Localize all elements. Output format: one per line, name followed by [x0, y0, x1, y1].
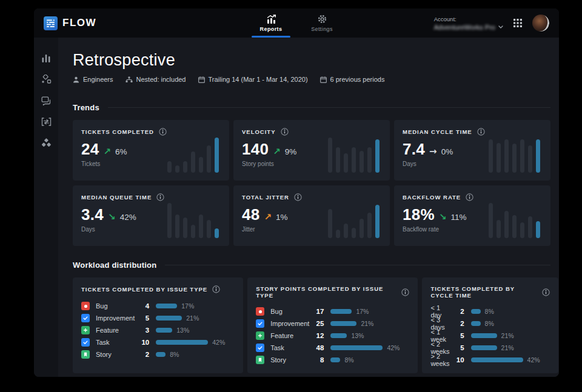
row-percent: 8% — [344, 356, 353, 364]
trend-flat-icon: → — [429, 146, 437, 157]
trend-value: 140 — [242, 140, 269, 159]
row-value: 10 — [450, 356, 464, 364]
tab-reports[interactable]: Reports — [253, 8, 289, 38]
filter-period[interactable]: Trailing 14 (Mar 1 - Mar 14, 2020) — [198, 76, 308, 83]
account-switcher[interactable]: Account: AdventureWorks Pro — [434, 16, 503, 31]
brand-home-link[interactable]: FLOW — [44, 16, 96, 30]
row-label: > 2 weeks — [430, 353, 449, 367]
improvement-icon — [256, 319, 264, 328]
flow-diagram-icon — [41, 75, 52, 84]
chart-bar — [183, 161, 187, 173]
chart-bar — [352, 147, 356, 173]
chart-bar — [360, 151, 364, 173]
chart-bar — [183, 218, 187, 238]
trends-section-header: Trends — [73, 103, 550, 112]
divider — [165, 265, 550, 265]
left-sidebar — [34, 38, 58, 377]
row-bar-zone: 8% — [471, 320, 550, 327]
table-row: Feature313% — [81, 324, 235, 336]
row-percent: 42% — [527, 356, 540, 364]
info-icon[interactable] — [159, 128, 167, 136]
sidebar-item-reports[interactable] — [41, 53, 52, 63]
apps-grid-icon[interactable] — [513, 18, 523, 28]
row-bar — [156, 304, 177, 308]
story-icon — [256, 356, 264, 364]
trend-up-icon: ↗ — [104, 146, 112, 157]
chart-bar-current — [375, 139, 380, 173]
row-bar — [156, 316, 182, 321]
row-value: 4 — [135, 302, 149, 310]
row-bar-zone: 21% — [156, 314, 235, 322]
row-label: Improvement — [96, 314, 135, 322]
row-bar-zone: 8% — [471, 308, 550, 315]
info-icon[interactable] — [281, 128, 289, 136]
trend-card-title: VELOCITY — [242, 128, 276, 135]
chevron-down-icon — [498, 25, 503, 28]
sidebar-item-conversations[interactable] — [41, 96, 52, 105]
tab-settings-label: Settings — [311, 26, 333, 32]
chart-bar — [360, 219, 364, 238]
trend-delta: 9% — [285, 147, 297, 156]
avatar[interactable] — [532, 15, 549, 32]
info-icon[interactable] — [542, 288, 550, 296]
chart-bar — [512, 215, 517, 238]
filter-previous-periods[interactable]: 6 previous periods — [320, 76, 385, 83]
improvement-icon — [81, 314, 90, 322]
row-bar-zone: 21% — [330, 320, 409, 327]
row-label: Task — [270, 344, 309, 351]
row-percent: 8% — [485, 320, 494, 327]
row-bar-zone: 13% — [156, 327, 235, 334]
table-row: < 1 week521% — [430, 330, 549, 342]
info-icon[interactable] — [294, 193, 302, 201]
sidebar-item-workflow[interactable] — [41, 75, 52, 84]
row-value: 5 — [135, 314, 149, 322]
info-icon[interactable] — [156, 193, 164, 201]
brand-text: FLOW — [62, 17, 96, 29]
trend-up-icon: ↗ — [264, 211, 272, 222]
table-row: Feature1213% — [256, 330, 409, 342]
chart-bar — [328, 138, 332, 173]
table-row: < 1 day28% — [430, 305, 549, 317]
chart-bar-current — [215, 228, 219, 238]
row-bar-zone: 21% — [471, 344, 550, 351]
sidebar-item-code-review[interactable] — [41, 117, 52, 127]
gear-icon — [317, 14, 327, 24]
chart-bar — [336, 147, 340, 173]
trend-card-median-cycle-time: MEDIAN CYCLE TIME7.4→0%Days — [394, 120, 550, 181]
row-label: Bug — [270, 308, 309, 315]
distribution-rows: < 1 day28%< 3 days28%< 1 week521%< 2 wee… — [430, 305, 549, 366]
chart-bar — [199, 214, 203, 238]
trend-delta: 42% — [120, 213, 136, 222]
trend-card-velocity: VELOCITY140↗9%Story points — [233, 120, 390, 181]
filter-nested[interactable]: Nested: included — [125, 76, 186, 83]
row-bar — [330, 345, 383, 350]
table-row: > 2 weeks1042% — [430, 354, 549, 366]
row-percent: 21% — [186, 314, 199, 322]
chart-bar — [191, 151, 195, 173]
row-bar — [156, 340, 208, 345]
filter-team[interactable]: Engineers — [73, 76, 113, 83]
distribution-card-title: TICKETS COMPLETED BY ISSUE TYPE — [81, 286, 207, 293]
row-percent: 13% — [351, 332, 364, 339]
sidebar-item-clusters[interactable] — [41, 138, 52, 148]
distribution-card-story-points-completed-by-issue-type: STORY POINTS COMPLETED BY ISSUE TYPEBug1… — [247, 277, 418, 373]
row-bar-zone: 42% — [330, 344, 409, 351]
row-percent: 8% — [170, 351, 179, 358]
tab-settings[interactable]: Settings — [304, 8, 340, 38]
chart-bar — [489, 203, 493, 238]
info-icon[interactable] — [466, 193, 473, 201]
story-icon — [81, 350, 90, 359]
row-bar — [471, 309, 481, 314]
info-icon[interactable] — [477, 128, 485, 136]
row-bar — [471, 321, 481, 326]
chart-bar — [367, 147, 372, 173]
app-window: FLOW Reports — [34, 8, 559, 377]
info-icon[interactable] — [212, 285, 220, 293]
table-row: Improvement2521% — [256, 317, 409, 330]
bar-chart-icon — [41, 54, 51, 63]
info-icon[interactable] — [401, 288, 409, 296]
table-row: Story88% — [256, 354, 409, 366]
workload-grid: TICKETS COMPLETED BY ISSUE TYPEBug417%Im… — [73, 277, 550, 373]
chart-bar — [328, 209, 332, 238]
trend-mini-chart — [167, 203, 219, 238]
